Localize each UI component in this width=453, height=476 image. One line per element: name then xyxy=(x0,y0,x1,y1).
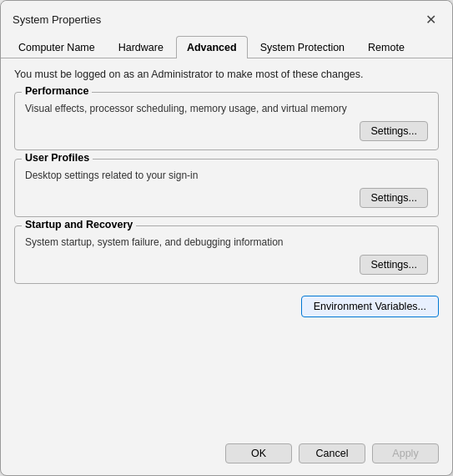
dialog-footer: OK Cancel Apply xyxy=(1,435,452,475)
startup-recovery-settings-button[interactable]: Settings... xyxy=(360,255,428,275)
ok-button[interactable]: OK xyxy=(225,443,292,463)
tab-remote[interactable]: Remote xyxy=(357,36,415,58)
apply-button[interactable]: Apply xyxy=(372,443,439,463)
user-profiles-settings-button[interactable]: Settings... xyxy=(360,188,428,208)
tab-system-protection[interactable]: System Protection xyxy=(249,36,355,58)
admin-notice: You must be logged on as an Administrato… xyxy=(14,68,439,80)
title-bar: System Properties ✕ xyxy=(1,1,452,36)
tab-bar: Computer Name Hardware Advanced System P… xyxy=(1,36,452,58)
performance-btn-row: Settings... xyxy=(25,121,428,141)
tab-computer-name[interactable]: Computer Name xyxy=(8,36,106,58)
performance-section: Performance Visual effects, processor sc… xyxy=(14,92,439,150)
performance-description: Visual effects, processor scheduling, me… xyxy=(25,103,428,114)
startup-recovery-section: Startup and Recovery System startup, sys… xyxy=(14,225,439,284)
startup-recovery-description: System startup, system failure, and debu… xyxy=(25,236,428,248)
performance-settings-button[interactable]: Settings... xyxy=(360,121,428,141)
system-properties-dialog: System Properties ✕ Computer Name Hardwa… xyxy=(0,0,453,476)
env-variables-row: Environment Variables... xyxy=(14,296,439,317)
cancel-button[interactable]: Cancel xyxy=(299,443,365,463)
startup-recovery-btn-row: Settings... xyxy=(25,255,428,275)
tab-content: You must be logged on as an Administrato… xyxy=(1,58,452,435)
user-profiles-btn-row: Settings... xyxy=(25,188,428,208)
tab-hardware[interactable]: Hardware xyxy=(108,36,174,58)
startup-recovery-label: Startup and Recovery xyxy=(22,219,136,230)
user-profiles-section: User Profiles Desktop settings related t… xyxy=(14,159,439,217)
user-profiles-label: User Profiles xyxy=(22,152,93,164)
close-button[interactable]: ✕ xyxy=(419,8,442,31)
environment-variables-button[interactable]: Environment Variables... xyxy=(301,296,439,317)
performance-label: Performance xyxy=(22,85,92,97)
dialog-title: System Properties xyxy=(13,13,101,26)
tab-advanced[interactable]: Advanced xyxy=(176,36,248,58)
user-profiles-description: Desktop settings related to your sign-in xyxy=(25,170,428,181)
